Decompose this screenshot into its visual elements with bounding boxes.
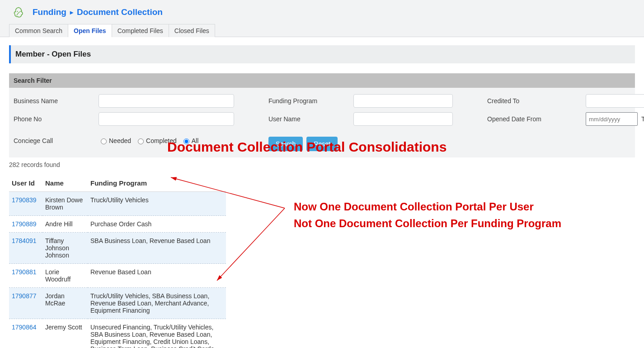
breadcrumb-separator-icon: ▸	[70, 9, 73, 16]
label-credited-to: Credited To	[487, 97, 582, 105]
cell-name: Jordan McRae	[42, 288, 88, 319]
concierge-needed-radio[interactable]	[101, 138, 107, 144]
user-id-link[interactable]: 1790881	[12, 268, 37, 276]
phone-no-input[interactable]	[99, 112, 234, 126]
label-funding-program: Funding Program	[268, 97, 350, 105]
cell-name: Lorie Woodruff	[42, 264, 88, 288]
annotation-subtitle: Now One Document Collection Portal Per U…	[294, 198, 561, 232]
cell-funding-program: Truck/Utility Vehicles, SBA Business Loa…	[88, 288, 226, 319]
tab-bar: Common Search Open Files Completed Files…	[0, 24, 644, 37]
cell-name: Tiffany Johnson Johnson	[42, 233, 88, 264]
cell-funding-program: Truck/Utility Vehicles	[88, 192, 226, 216]
label-phone-no: Phone No	[14, 115, 95, 123]
breadcrumb-funding[interactable]: Funding	[33, 7, 66, 17]
breadcrumb: Funding ▸ Document Collection	[33, 7, 163, 17]
app-logo	[13, 6, 24, 18]
business-name-input[interactable]	[99, 94, 234, 108]
tab-completed-files[interactable]: Completed Files	[112, 24, 169, 37]
annotation-title: Document Collection Portal Consolidation…	[167, 139, 447, 155]
svg-point-0	[17, 11, 18, 12]
cell-user-id: 1784091	[9, 233, 42, 264]
cell-user-id: 1790889	[9, 216, 42, 233]
table-row: 1784091Tiffany Johnson JohnsonSBA Busine…	[9, 233, 226, 264]
cell-funding-program: Revenue Based Loan	[88, 264, 226, 288]
col-header-funding-program[interactable]: Funding Program	[88, 175, 226, 192]
user-id-link[interactable]: 1790864	[12, 324, 37, 331]
label-opened-date-from: Opened Date From	[487, 115, 582, 123]
label-business-name: Business Name	[14, 97, 95, 105]
col-header-name[interactable]: Name	[42, 175, 88, 192]
cell-name: Jeremy Scott	[42, 319, 88, 348]
label-user-name: User Name	[268, 115, 350, 123]
results-table: User Id Name Funding Program 1790839Kirs…	[9, 175, 226, 348]
tab-open-files[interactable]: Open Files	[68, 24, 112, 37]
tab-common-search[interactable]: Common Search	[9, 24, 68, 37]
results-table-container: User Id Name Funding Program 1790839Kirs…	[9, 175, 226, 348]
svg-line-2	[217, 208, 285, 281]
cell-funding-program: Unsecured Financing, Truck/Utility Vehic…	[88, 319, 226, 348]
page-title: Member - Open Files	[9, 45, 635, 63]
label-concierge-call: Conciege Call	[14, 137, 95, 144]
credited-to-input[interactable]	[586, 94, 644, 108]
table-row: 1790839Kirsten Dowe BrownTruck/Utility V…	[9, 192, 226, 216]
cell-name: Kirsten Dowe Brown	[42, 192, 88, 216]
table-row: 1790877Jordan McRaeTruck/Utility Vehicle…	[9, 288, 226, 319]
concierge-completed-radio[interactable]	[138, 138, 144, 144]
user-id-link[interactable]: 1790839	[12, 196, 37, 204]
user-id-link[interactable]: 1790877	[12, 292, 37, 300]
table-row: 1790864Jeremy ScottUnsecured Financing, …	[9, 319, 226, 348]
cell-user-id: 1790881	[9, 264, 42, 288]
col-header-user-id[interactable]: User Id	[9, 175, 42, 192]
funding-program-input[interactable]	[353, 94, 453, 108]
annotation-line-2: Not One Document Collection Per Funding …	[294, 215, 561, 232]
cell-funding-program: Purchase Order Cash	[88, 216, 226, 233]
record-count-text: 282 records found	[9, 161, 635, 168]
cell-user-id: 1790864	[9, 319, 42, 348]
search-filter-heading: Search Filter	[9, 73, 635, 88]
table-row: 1790881Lorie WoodruffRevenue Based Loan	[9, 264, 226, 288]
cell-user-id: 1790877	[9, 288, 42, 319]
label-date-to: To	[641, 115, 644, 123]
table-row: 1790889Andre HillPurchase Order Cash	[9, 216, 226, 233]
concierge-needed-label: Needed	[109, 137, 131, 144]
user-id-link[interactable]: 1790889	[12, 220, 37, 228]
annotation-line-1: Now One Document Collection Portal Per U…	[294, 198, 561, 215]
user-id-link[interactable]: 1784091	[12, 237, 37, 244]
cell-name: Andre Hill	[42, 216, 88, 233]
cell-funding-program: SBA Business Loan, Revenue Based Loan	[88, 233, 226, 264]
cell-user-id: 1790839	[9, 192, 42, 216]
opened-date-from-input[interactable]	[586, 112, 638, 126]
user-name-input[interactable]	[353, 112, 453, 126]
tab-closed-files[interactable]: Closed Files	[169, 24, 215, 37]
breadcrumb-document-collection[interactable]: Document Collection	[77, 7, 163, 17]
